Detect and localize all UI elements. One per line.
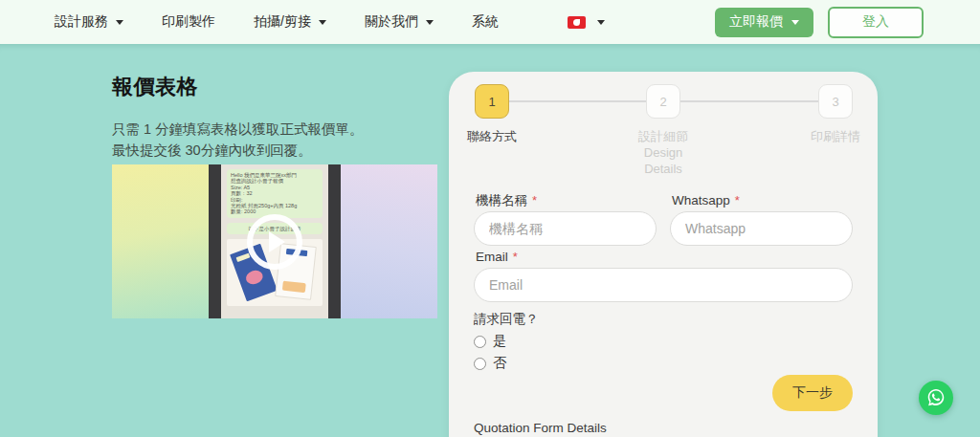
nav-item-label: 設計服務 xyxy=(55,13,108,31)
step-number: 3 xyxy=(818,84,853,119)
email-input[interactable] xyxy=(474,268,853,302)
org-name-field: 機構名稱 * xyxy=(474,193,657,246)
next-step-button[interactable]: 下一步 xyxy=(772,375,853,411)
contact-form: 機構名稱 * Whatsapp * Email * xyxy=(474,193,853,437)
callback-option-no[interactable]: 否 xyxy=(474,355,853,372)
whatsapp-input[interactable] xyxy=(670,211,853,246)
org-name-label: 機構名稱 xyxy=(476,193,527,208)
nav-item-design-services[interactable]: 設計服務 xyxy=(55,13,123,31)
hong-kong-flag-icon xyxy=(568,16,586,29)
chevron-down-icon xyxy=(597,20,605,25)
nav-item-about-us[interactable]: 關於我們 xyxy=(365,13,434,31)
form-stepper: 1 聯絡方式 2 設計細節 Design Details 3 印刷詳情 xyxy=(474,84,853,179)
callback-question: 請求回電？ xyxy=(474,311,853,328)
language-selector[interactable] xyxy=(568,16,605,29)
step-contact[interactable]: 1 聯絡方式 xyxy=(446,84,538,144)
play-button[interactable] xyxy=(247,214,302,270)
flag-emblem-icon xyxy=(573,19,580,26)
quotation-form-card: 1 聯絡方式 2 設計細節 Design Details 3 印刷詳情 機構名稱… xyxy=(449,72,878,437)
nav-item-label: 印刷製作 xyxy=(162,13,215,31)
chevron-down-icon xyxy=(116,20,123,25)
chevron-down-icon xyxy=(319,20,326,25)
top-navigation-bar: 設計服務 印刷製作 拍攝/剪接 關於我們 系統 立即報價 登入 xyxy=(0,0,980,44)
nav-item-system[interactable]: 系統 xyxy=(472,13,499,31)
page-description: 只需 1 分鐘填寫表格以獲取正式報價單。 最快提交後 30分鐘內收到回覆。 xyxy=(112,119,439,162)
quote-now-button[interactable]: 立即報價 xyxy=(715,8,813,37)
intro-video-thumbnail[interactable]: Hello 我們是東華三院xx部門 想查詢設計小冊子報價 Size: A5 頁數… xyxy=(112,164,437,318)
callback-option-yes[interactable]: 是 xyxy=(474,333,853,350)
required-asterisk: * xyxy=(735,193,740,208)
org-name-input[interactable] xyxy=(474,211,657,246)
step-label: 設計細節 Design Details xyxy=(617,128,709,177)
topbar-actions: 立即報價 登入 xyxy=(715,7,924,38)
whatsapp-label: Whatsapp xyxy=(672,193,730,208)
login-button[interactable]: 登入 xyxy=(828,7,924,38)
step-label: 印刷詳情 xyxy=(790,128,881,144)
email-field: Email * xyxy=(474,250,853,302)
whatsapp-chat-button[interactable] xyxy=(919,381,953,415)
step-label: 聯絡方式 xyxy=(446,128,538,144)
required-asterisk: * xyxy=(532,193,537,208)
step-number: 1 xyxy=(475,84,509,119)
nav-item-shooting-editing[interactable]: 拍攝/剪接 xyxy=(254,13,326,31)
radio-label: 是 xyxy=(493,333,506,350)
chevron-down-icon xyxy=(426,20,434,25)
play-overlay[interactable] xyxy=(112,164,437,318)
step-print-details[interactable]: 3 印刷詳情 xyxy=(790,84,881,144)
radio-icon[interactable] xyxy=(474,336,486,348)
step-number: 2 xyxy=(646,84,680,119)
nav-item-label: 關於我們 xyxy=(365,13,418,31)
hero-text-block: 報價表格 只需 1 分鐘填寫表格以獲取正式報價單。 最快提交後 30分鐘內收到回… xyxy=(112,73,439,162)
chevron-down-icon xyxy=(791,20,799,25)
whatsapp-field: Whatsapp * xyxy=(670,193,853,246)
details-heading: Quotation Form Details xyxy=(474,421,853,435)
quotation-section: 報價表格 只需 1 分鐘填寫表格以獲取正式報價單。 最快提交後 30分鐘內收到回… xyxy=(0,44,980,437)
radio-icon[interactable] xyxy=(474,358,486,370)
page-title: 報價表格 xyxy=(112,73,439,101)
email-label: Email xyxy=(476,250,508,265)
whatsapp-icon xyxy=(925,387,947,408)
nav-item-label: 拍攝/剪接 xyxy=(254,13,311,31)
nav-item-label: 系統 xyxy=(472,13,499,31)
step-design-details[interactable]: 2 設計細節 Design Details xyxy=(617,84,709,177)
main-nav: 設計服務 印刷製作 拍攝/剪接 關於我們 系統 xyxy=(55,13,605,31)
nav-item-printing[interactable]: 印刷製作 xyxy=(162,13,215,31)
radio-label: 否 xyxy=(493,355,506,372)
quote-now-label: 立即報價 xyxy=(729,13,783,31)
play-icon xyxy=(269,231,285,252)
required-asterisk: * xyxy=(513,250,518,265)
